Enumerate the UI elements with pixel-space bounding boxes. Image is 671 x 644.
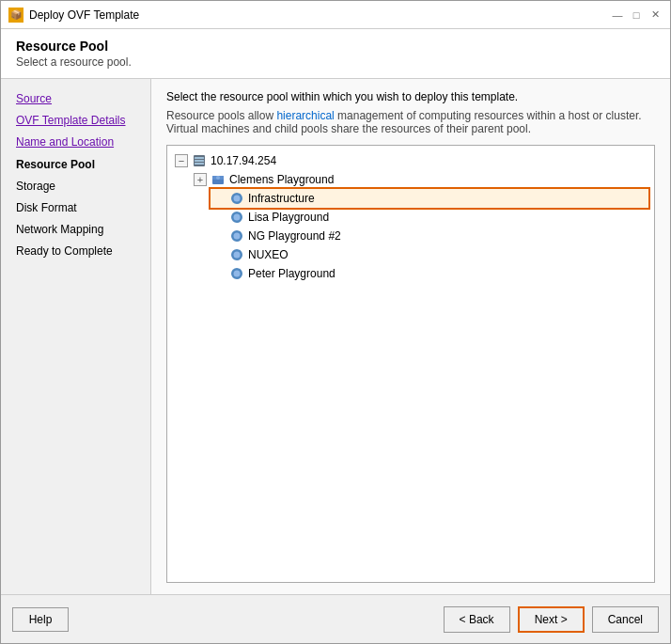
- svg-point-8: [234, 196, 241, 202]
- svg-point-10: [234, 214, 241, 221]
- maximize-button[interactable]: □: [629, 8, 644, 22]
- tree-children-server: + Clemens Playground: [192, 170, 648, 283]
- pool-icon-ng: [229, 228, 244, 243]
- tree-row-server[interactable]: − 10.17.94.254: [173, 151, 648, 170]
- main-panel: Select the resource pool within which yo…: [151, 79, 670, 594]
- sidebar-item-source[interactable]: Source: [1, 88, 150, 110]
- sidebar-item-storage[interactable]: Storage: [1, 176, 150, 197]
- help-button[interactable]: Help: [12, 607, 69, 632]
- page-subtitle: Select a resource pool.: [16, 55, 655, 69]
- header-section: Resource Pool Select a resource pool.: [1, 29, 670, 79]
- tree-toggle-clemens[interactable]: +: [194, 173, 207, 186]
- tree-row-ng[interactable]: NG Playground #2: [211, 227, 648, 245]
- tree-toggle-ng: [212, 229, 226, 243]
- tree-label-nuxeo: NUXEO: [248, 248, 289, 261]
- svg-point-6: [216, 176, 220, 180]
- sidebar-item-disk-format[interactable]: Disk Format: [1, 197, 150, 219]
- svg-rect-1: [195, 157, 204, 159]
- footer: Help < Back Next > Cancel: [1, 594, 670, 643]
- minimize-button[interactable]: —: [610, 8, 625, 22]
- footer-right: < Back Next > Cancel: [444, 606, 659, 633]
- sidebar-item-ready-to-complete[interactable]: Ready to Complete: [1, 241, 150, 262]
- tree-item-infrastructure: Infrastructure: [211, 189, 648, 208]
- window-title: Deploy OVF Template: [29, 8, 139, 22]
- tree-label-peter: Peter Playground: [248, 267, 336, 280]
- titlebar-left: 📦 Deploy OVF Template: [8, 8, 139, 23]
- hierarchical-link[interactable]: hierarchical: [276, 109, 334, 122]
- tree-row-peter[interactable]: Peter Playground: [211, 264, 648, 283]
- resource-pool-tree[interactable]: − 10.17.94.254: [166, 145, 655, 583]
- tree-label-clemens: Clemens Playground: [229, 173, 334, 186]
- tree-row-infrastructure[interactable]: Infrastructure: [211, 189, 648, 208]
- tree-item-nuxeo: NUXEO: [211, 245, 648, 264]
- tree-toggle-lisa: [212, 211, 226, 224]
- tree-item-peter: Peter Playground: [211, 264, 648, 283]
- tree-item-clemens: + Clemens Playground: [192, 170, 648, 283]
- svg-point-12: [234, 233, 241, 240]
- cluster-icon-clemens: [211, 172, 226, 187]
- tree-label-infrastructure: Infrastructure: [248, 192, 315, 205]
- tree-root: − 10.17.94.254: [173, 151, 648, 283]
- tree-row-lisa[interactable]: Lisa Playground: [211, 208, 648, 227]
- sidebar-item-resource-pool[interactable]: Resource Pool: [1, 154, 150, 176]
- app-icon: 📦: [8, 8, 23, 23]
- tree-toggle-infrastructure: [212, 192, 226, 205]
- sidebar-item-name-and-location[interactable]: Name and Location: [1, 132, 150, 153]
- back-button[interactable]: < Back: [444, 606, 510, 633]
- tree-toggle-peter: [212, 267, 226, 280]
- pool-icon-nuxeo: [229, 247, 244, 262]
- page-title: Resource Pool: [16, 39, 655, 54]
- description-text-primary: Select the resource pool within which yo…: [166, 90, 655, 103]
- tree-item-ng: NG Playground #2: [211, 227, 648, 245]
- tree-label-server: 10.17.94.254: [211, 154, 276, 167]
- tree-item-lisa: Lisa Playground: [211, 208, 648, 227]
- tree-toggle-server[interactable]: −: [175, 154, 188, 167]
- sidebar-item-ovf-template-details[interactable]: OVF Template Details: [1, 110, 150, 132]
- svg-rect-3: [195, 163, 204, 165]
- svg-point-16: [234, 271, 241, 277]
- sidebar: Source OVF Template Details Name and Loc…: [1, 79, 151, 594]
- description-text-secondary: Resource pools allow hierarchical manage…: [166, 109, 655, 135]
- tree-label-lisa: Lisa Playground: [248, 211, 329, 224]
- titlebar-controls: — □ ✕: [610, 8, 663, 22]
- tree-item-server: − 10.17.94.254: [173, 151, 648, 283]
- svg-rect-2: [195, 160, 204, 162]
- close-button[interactable]: ✕: [648, 8, 663, 22]
- sidebar-item-network-mapping[interactable]: Network Mapping: [1, 219, 150, 241]
- content-area: Source OVF Template Details Name and Loc…: [1, 79, 670, 594]
- next-button[interactable]: Next >: [518, 606, 585, 633]
- pool-icon-lisa: [229, 210, 244, 225]
- svg-point-14: [234, 252, 241, 259]
- server-icon: [192, 153, 207, 168]
- tree-row-clemens[interactable]: + Clemens Playground: [192, 170, 648, 189]
- deploy-ovf-window: 📦 Deploy OVF Template — □ ✕ Resource Poo…: [0, 0, 671, 644]
- tree-children-clemens: Infrastructure: [211, 189, 648, 283]
- pool-icon-peter: [229, 266, 244, 281]
- titlebar: 📦 Deploy OVF Template — □ ✕: [1, 1, 670, 29]
- cancel-button[interactable]: Cancel: [592, 606, 659, 633]
- tree-label-ng: NG Playground #2: [248, 229, 341, 243]
- pool-icon-infrastructure: [229, 191, 244, 206]
- tree-toggle-nuxeo: [212, 248, 226, 261]
- tree-row-nuxeo[interactable]: NUXEO: [211, 245, 648, 264]
